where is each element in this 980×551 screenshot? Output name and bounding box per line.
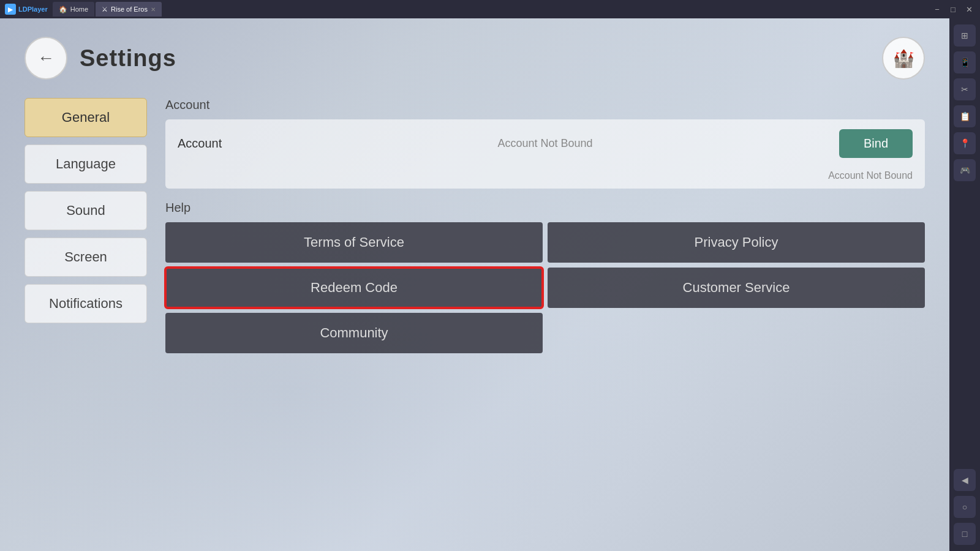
window-controls: − □ ✕ (931, 3, 975, 15)
tool-circle[interactable]: ○ (954, 496, 976, 518)
account-label: Account (178, 137, 251, 151)
ldplayer-logo: ▶ LDPlayer (5, 4, 48, 15)
tool-phone[interactable]: 📱 (954, 51, 976, 73)
tab-rise-of-eros[interactable]: ⚔ Rise of Eros ✕ (96, 2, 162, 17)
tool-scissors[interactable]: ✂ (954, 78, 976, 100)
account-section-label: Account (165, 98, 925, 112)
header-left: ← Settings (24, 37, 176, 80)
account-section: Account Account Not Bound Bind Account N… (165, 119, 925, 189)
restore-btn[interactable]: □ (947, 3, 959, 15)
tool-square[interactable]: □ (954, 523, 976, 545)
tool-clipboard[interactable]: 📋 (954, 105, 976, 127)
customer-service-button[interactable]: Customer Service (548, 268, 925, 308)
tool-pin[interactable]: 📍 (954, 132, 976, 154)
tool-gamepad[interactable]: 🎮 (954, 159, 976, 181)
close-tab-icon[interactable]: ✕ (151, 6, 156, 13)
sidebar-bottom: ◀ ○ □ (954, 469, 976, 545)
top-bar: ▶ LDPlayer 🏠 Home ⚔ Rise of Eros ✕ − □ ✕ (0, 0, 980, 18)
account-note: Account Not Bound (165, 168, 925, 189)
bind-button[interactable]: Bind (839, 129, 913, 158)
content-area: General Language Sound Screen Notificati… (24, 98, 925, 353)
game-area: ← Settings 🏰 General Language Sound Scre… (0, 18, 949, 551)
settings-title: Settings (80, 45, 176, 72)
account-status: Account Not Bound (263, 137, 827, 150)
tool-grid[interactable]: ⊞ (954, 24, 976, 47)
tab-home[interactable]: 🏠 Home (53, 2, 94, 17)
redeem-code-button[interactable]: Redeem Code (165, 268, 543, 308)
home-icon: 🏠 (59, 6, 67, 13)
back-button[interactable]: ← (24, 37, 67, 80)
left-nav: General Language Sound Screen Notificati… (24, 98, 147, 353)
help-grid: Terms of Service Privacy Policy Redeem C… (165, 222, 925, 353)
privacy-policy-button[interactable]: Privacy Policy (548, 222, 925, 263)
help-section-label: Help (165, 201, 925, 215)
right-sidebar: ⊞ 📱 ✂ 📋 📍 🎮 ◀ ○ □ (949, 18, 980, 551)
game-icon: ⚔ (102, 6, 108, 13)
nav-general[interactable]: General (24, 98, 147, 137)
nav-notifications[interactable]: Notifications (24, 284, 147, 323)
right-content: Account Account Account Not Bound Bind A… (165, 98, 925, 353)
settings-panel: ← Settings 🏰 General Language Sound Scre… (0, 18, 949, 551)
close-btn[interactable]: ✕ (963, 3, 975, 15)
nav-language[interactable]: Language (24, 144, 147, 184)
tool-arrow[interactable]: ◀ (954, 469, 976, 491)
account-row: Account Account Not Bound Bind (165, 119, 925, 168)
nav-sound[interactable]: Sound (24, 191, 147, 230)
terms-of-service-button[interactable]: Terms of Service (165, 222, 543, 263)
logo-icon: ▶ (5, 4, 16, 15)
settings-header: ← Settings 🏰 (24, 37, 925, 80)
community-button[interactable]: Community (165, 313, 543, 353)
logo-text: LDPlayer (18, 6, 48, 13)
castle-button[interactable]: 🏰 (882, 37, 925, 80)
tab-game-label: Rise of Eros (111, 6, 148, 13)
minimize-btn[interactable]: − (931, 3, 943, 15)
tab-home-label: Home (70, 6, 88, 13)
tab-bar: 🏠 Home ⚔ Rise of Eros ✕ (53, 2, 926, 17)
help-section: Help Terms of Service Privacy Policy Red… (165, 201, 925, 353)
nav-screen[interactable]: Screen (24, 238, 147, 277)
